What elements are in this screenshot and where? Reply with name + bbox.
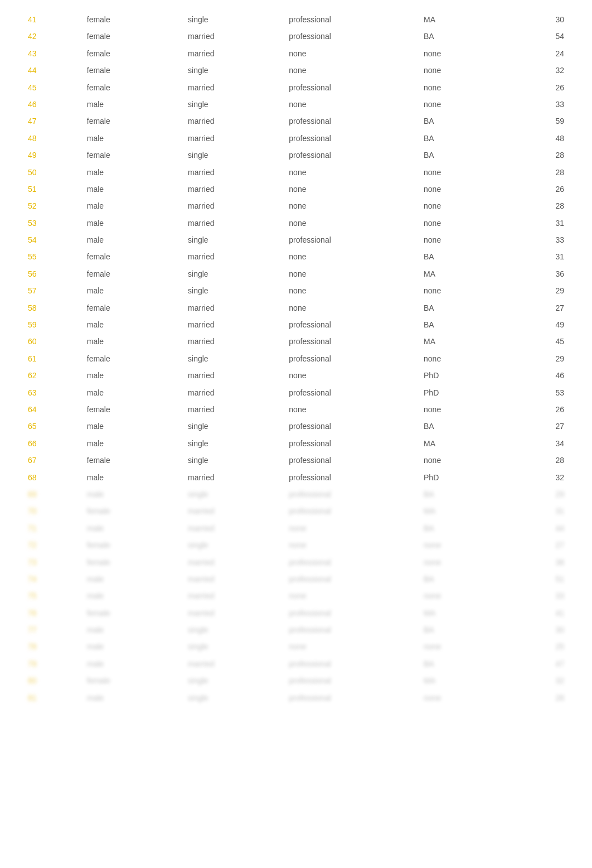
table-row: 45 female married professional none 26 <box>22 79 570 96</box>
cell-gender: female <box>81 503 182 519</box>
cell-id: 54 <box>22 232 81 248</box>
cell-id: 72 <box>22 537 81 553</box>
cell-marital: married <box>182 554 283 571</box>
cell-marital: married <box>182 215 283 232</box>
table-row: 50 male married none none 28 <box>22 164 570 181</box>
cell-gender: male <box>81 587 182 604</box>
cell-gender: male <box>81 418 182 435</box>
cell-gender: male <box>81 689 182 706</box>
table-row-blurred: 74 male married professional BA 51 <box>22 571 570 587</box>
table-row: 44 female single none none 32 <box>22 62 570 79</box>
table-row: 57 male single none none 29 <box>22 282 570 299</box>
cell-id: 81 <box>22 689 81 706</box>
cell-edu: none <box>418 350 502 367</box>
cell-id: 48 <box>22 130 81 147</box>
cell-job: none <box>283 401 418 418</box>
cell-edu: none <box>418 282 502 299</box>
table-row: 54 male single professional none 33 <box>22 232 570 248</box>
cell-id: 80 <box>22 672 81 689</box>
cell-age: 27 <box>502 418 570 435</box>
cell-job: professional <box>283 672 418 689</box>
cell-id: 42 <box>22 28 81 45</box>
table-row-blurred: 78 male single none none 25 <box>22 638 570 655</box>
table-row: 67 female single professional none 28 <box>22 452 570 469</box>
cell-gender: male <box>81 638 182 655</box>
cell-gender: male <box>81 621 182 638</box>
table-row-blurred: 77 male single professional BA 30 <box>22 621 570 638</box>
table-row: 62 male married none PhD 46 <box>22 367 570 384</box>
cell-marital: single <box>182 452 283 469</box>
cell-edu: BA <box>418 316 502 333</box>
cell-edu: MA <box>418 435 502 452</box>
cell-edu: BA <box>418 28 502 45</box>
cell-job: none <box>283 537 418 553</box>
cell-gender: female <box>81 62 182 79</box>
cell-id: 73 <box>22 554 81 571</box>
table-row: 51 male married none none 26 <box>22 181 570 197</box>
cell-age: 25 <box>502 638 570 655</box>
cell-edu: BA <box>418 113 502 129</box>
cell-edu: BA <box>418 621 502 638</box>
cell-job: professional <box>283 350 418 367</box>
table-row: 42 female married professional BA 54 <box>22 28 570 45</box>
cell-id: 77 <box>22 621 81 638</box>
cell-edu: none <box>418 587 502 604</box>
table-row-blurred: 81 male single professional none 28 <box>22 689 570 706</box>
cell-id: 44 <box>22 62 81 79</box>
cell-job: none <box>283 62 418 79</box>
cell-age: 29 <box>502 350 570 367</box>
cell-marital: married <box>182 28 283 45</box>
cell-edu: none <box>418 79 502 96</box>
cell-marital: single <box>182 266 283 282</box>
cell-id: 55 <box>22 248 81 265</box>
cell-marital: single <box>182 96 283 113</box>
cell-age: 54 <box>502 28 570 45</box>
cell-gender: male <box>81 655 182 672</box>
cell-age: 38 <box>502 554 570 571</box>
cell-edu: PhD <box>418 384 502 401</box>
cell-gender: male <box>81 384 182 401</box>
cell-id: 46 <box>22 96 81 113</box>
table-row: 46 male single none none 33 <box>22 96 570 113</box>
cell-marital: single <box>182 672 283 689</box>
cell-edu: MA <box>418 11 502 28</box>
cell-age: 32 <box>502 62 570 79</box>
cell-gender: female <box>81 45 182 62</box>
cell-gender: male <box>81 96 182 113</box>
cell-job: none <box>283 520 418 537</box>
table-row: 68 male married professional PhD 32 <box>22 469 570 486</box>
table-row-blurred: 80 female single professional MA 32 <box>22 672 570 689</box>
table-row: 47 female married professional BA 59 <box>22 113 570 129</box>
cell-marital: married <box>182 401 283 418</box>
cell-marital: single <box>182 638 283 655</box>
cell-age: 29 <box>502 486 570 503</box>
cell-age: 51 <box>502 571 570 587</box>
cell-edu: none <box>418 45 502 62</box>
cell-gender: male <box>81 215 182 232</box>
cell-gender: female <box>81 147 182 163</box>
cell-age: 28 <box>502 147 570 163</box>
cell-id: 79 <box>22 655 81 672</box>
cell-gender: female <box>81 401 182 418</box>
cell-gender: male <box>81 197 182 214</box>
cell-job: professional <box>283 435 418 452</box>
cell-gender: male <box>81 333 182 350</box>
cell-id: 53 <box>22 215 81 232</box>
cell-marital: single <box>182 537 283 553</box>
cell-id: 62 <box>22 367 81 384</box>
cell-gender: female <box>81 79 182 96</box>
cell-marital: single <box>182 350 283 367</box>
cell-id: 78 <box>22 638 81 655</box>
table-row-blurred: 71 male married none BA 44 <box>22 520 570 537</box>
table-row-blurred: 75 male married none none 33 <box>22 587 570 604</box>
cell-gender: male <box>81 181 182 197</box>
cell-edu: BA <box>418 571 502 587</box>
cell-age: 26 <box>502 79 570 96</box>
cell-gender: female <box>81 11 182 28</box>
cell-edu: none <box>418 181 502 197</box>
cell-id: 67 <box>22 452 81 469</box>
cell-marital: single <box>182 689 283 706</box>
cell-age: 33 <box>502 96 570 113</box>
cell-marital: married <box>182 520 283 537</box>
cell-marital: married <box>182 655 283 672</box>
